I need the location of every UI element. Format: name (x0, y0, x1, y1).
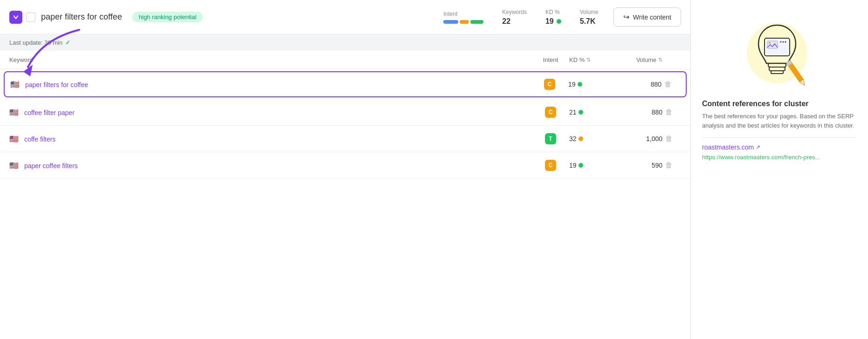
volume-cell: 880 (616, 108, 662, 116)
intent-label: Intent (443, 11, 457, 17)
volume-value: 1,000 (646, 135, 662, 142)
kd-value: 19 (545, 17, 561, 26)
kd-group: KD % 19 (545, 9, 561, 26)
flag-icon: 🇺🇸 (9, 135, 19, 143)
kd-dot (579, 136, 583, 141)
kd-cell: 19 (568, 81, 615, 88)
intent-bar-commercial (460, 20, 469, 24)
col-header-volume: Volume ⇅ (616, 56, 662, 63)
reference-link[interactable]: roastmasters.com ↗ (702, 143, 857, 151)
keyword-link[interactable]: paper coffee filters (24, 162, 78, 170)
intent-cell: C (532, 107, 569, 118)
intent-bar-informational (443, 20, 458, 24)
intent-cell: C (532, 160, 569, 171)
volume-cell: 1,000 (616, 135, 662, 142)
svg-point-13 (785, 41, 786, 43)
volume-cell: 590 (616, 162, 662, 169)
kd-value: 21 (569, 108, 577, 116)
svg-rect-9 (767, 41, 778, 48)
write-content-button[interactable]: ↪ Write content (613, 7, 681, 27)
update-check-icon: ✓ (65, 39, 70, 46)
last-update-bar: Last update: 30 min ✓ (0, 34, 690, 51)
volume-cell: 880 (615, 81, 661, 88)
intent-bars (443, 20, 483, 24)
col-header-intent: Intent (532, 56, 569, 63)
write-icon: ↪ (623, 13, 629, 21)
content-ref-desc: The best references for your pages. Base… (702, 112, 857, 130)
table-row[interactable]: 🇺🇸 paper filters for coffee C 19 880 🗑 (4, 71, 687, 97)
col-header-kd: KD % ⇅ (569, 56, 616, 63)
intent-badge: C (544, 79, 555, 90)
volume-value: 880 (651, 81, 661, 88)
keyword-cell: 🇺🇸 coffee filter paper (9, 108, 532, 117)
kd-value: 19 (568, 81, 576, 88)
table-header: Keyword Intent KD % ⇅ Volume ⇅ (0, 51, 690, 69)
flag-icon: 🇺🇸 (9, 108, 19, 116)
kd-sort-icon[interactable]: ⇅ (586, 57, 591, 63)
table-body: 🇺🇸 paper filters for coffee C 19 880 🗑 🇺… (0, 71, 690, 179)
intent-badge: T (545, 133, 556, 144)
kd-dot (578, 82, 582, 87)
action-cell: 🗑 (662, 106, 681, 119)
action-cell: 🗑 (662, 159, 681, 172)
bulb-illustration (737, 11, 821, 90)
table-row[interactable]: 🇺🇸 coffee filter paper C 21 880 🗑 (0, 99, 690, 126)
last-update-text: Last update: 30 min (9, 39, 62, 46)
delete-button[interactable]: 🗑 (662, 132, 675, 145)
intent-cell: C (531, 79, 568, 90)
delete-button[interactable]: 🗑 (661, 78, 675, 91)
keyword-cell: 🇺🇸 coffe filters (9, 135, 532, 143)
volume-value: 880 (652, 108, 662, 116)
delete-button[interactable]: 🗑 (662, 159, 675, 172)
svg-point-10 (769, 42, 771, 44)
keyword-link[interactable]: paper filters for coffee (25, 81, 88, 88)
intent-badge: C (545, 160, 556, 171)
volume-sort-icon[interactable]: ⇅ (658, 57, 662, 63)
table-row[interactable]: 🇺🇸 coffe filters T 32 1,000 🗑 (0, 126, 690, 152)
flag-icon: 🇺🇸 (10, 81, 20, 88)
content-ref-title: Content references for cluster (702, 100, 857, 108)
svg-point-11 (780, 41, 782, 43)
col-header-keyword: Keyword (9, 56, 532, 63)
kd-value: 19 (569, 162, 577, 169)
keyword-cell: 🇺🇸 paper coffee filters (9, 161, 532, 170)
select-all-checkbox[interactable] (26, 13, 35, 22)
keywords-label: Keywords (502, 9, 527, 15)
volume-group: Volume 5.7K (580, 9, 599, 26)
header-meta: Intent Keywords 22 KD % 19 (443, 9, 599, 26)
right-panel: Content references for cluster The best … (691, 0, 868, 339)
table-row[interactable]: 🇺🇸 paper coffee filters C 19 590 🗑 (0, 152, 690, 179)
keywords-value: 22 (502, 17, 510, 26)
collapse-button[interactable] (9, 11, 22, 24)
keyword-link[interactable]: coffe filters (24, 136, 55, 143)
action-cell: 🗑 (662, 132, 681, 145)
svg-point-12 (783, 41, 784, 43)
header-row: paper filters for coffee high ranking po… (0, 0, 690, 34)
kd-dot (557, 19, 561, 24)
intent-group: Intent (443, 11, 483, 24)
action-cell: 🗑 (661, 78, 680, 91)
illustration-area (702, 11, 857, 90)
flag-icon: 🇺🇸 (9, 162, 19, 170)
external-link-icon: ↗ (756, 144, 760, 150)
intent-bar-transactional (470, 20, 483, 24)
kd-dot (579, 110, 583, 115)
kd-dot (579, 163, 583, 168)
kd-label: KD % (545, 9, 560, 15)
reference-url: https://www.roastmasters.com/french-pres… (702, 154, 857, 161)
kd-cell: 19 (569, 162, 616, 169)
keyword-link[interactable]: coffee filter paper (24, 109, 75, 116)
delete-button[interactable]: 🗑 (662, 106, 675, 119)
kd-cell: 21 (569, 108, 616, 116)
keyword-cell: 🇺🇸 paper filters for coffee (10, 80, 531, 89)
kd-value: 32 (569, 135, 577, 142)
volume-value: 5.7K (580, 17, 596, 26)
volume-value: 590 (652, 162, 662, 169)
cluster-title: paper filters for coffee (41, 12, 122, 22)
intent-cell: T (532, 133, 569, 144)
intent-badge: C (545, 107, 556, 118)
divider (702, 137, 857, 138)
chevron-down-icon (13, 14, 19, 20)
kd-cell: 32 (569, 135, 616, 142)
keywords-group: Keywords 22 (502, 9, 527, 26)
